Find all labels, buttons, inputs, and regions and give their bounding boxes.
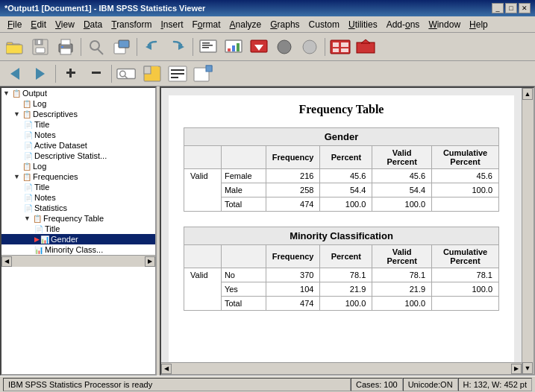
desc-title-label: Title (34, 120, 49, 129)
freq-stats-label: Statistics (34, 203, 67, 212)
circle-button[interactable] (272, 36, 296, 58)
svg-rect-5 (36, 48, 45, 53)
menu-bar: File Edit View Data Transform Insert For… (0, 16, 535, 33)
window-controls[interactable]: _ □ ✕ (492, 3, 531, 13)
menu-insert[interactable]: Insert (156, 18, 187, 31)
ft-title-label: Title (45, 224, 60, 233)
expand-descriptives[interactable]: ▼ (13, 110, 22, 118)
svg-marker-36 (10, 68, 19, 80)
expand-frequencies[interactable]: ▼ (13, 173, 22, 180)
menu-help[interactable]: Help (465, 18, 492, 31)
col-valid-percent: Valid Percent (372, 146, 432, 169)
gray-circle-button[interactable] (298, 36, 322, 58)
content-panel[interactable]: ▲ ▼ Frequency Table Gender (160, 86, 535, 376)
tree-ft-gender[interactable]: ▶ 📊 Gender (1, 234, 155, 244)
log1-icon: 📋 (22, 100, 31, 108)
save-button[interactable] (28, 36, 52, 58)
desc-title-icon: 📄 (24, 121, 33, 129)
tree-ft-title[interactable]: 📄 Title (1, 224, 155, 234)
scroll-content-left[interactable]: ◀ (161, 364, 172, 374)
open-button[interactable] (3, 36, 27, 58)
tree-freq-table[interactable]: ▼ 📋 Frequency Table (1, 213, 155, 224)
menu-utilities[interactable]: Utilities (344, 18, 382, 31)
menu-transform[interactable]: Transform (107, 18, 156, 31)
svg-rect-24 (237, 43, 240, 51)
nav-layout-button[interactable] (166, 63, 190, 85)
export-button[interactable] (110, 36, 134, 58)
scroll-left[interactable]: ◀ (1, 256, 12, 267)
chart-button[interactable] (222, 36, 245, 58)
scroll-up[interactable]: ▲ (522, 88, 533, 100)
tree-frequencies[interactable]: ▼ 📋 Frequencies (1, 171, 155, 182)
ft-minority-icon: 📊 (34, 246, 43, 254)
scroll-down[interactable]: ▼ (522, 362, 533, 374)
nav-forward-button[interactable] (28, 63, 52, 85)
left-scrollbar[interactable]: ◀ ▶ (1, 255, 155, 267)
expand-output[interactable]: ▼ (3, 89, 12, 97)
maximize-button[interactable]: □ (505, 3, 517, 13)
svg-rect-18 (202, 42, 210, 44)
nav-search-button[interactable] (115, 63, 139, 85)
extra-button[interactable] (354, 36, 378, 58)
scroll-content-right[interactable]: ▶ (511, 364, 522, 374)
menu-addons[interactable]: Add-ons (382, 18, 425, 31)
status-dimensions: H: 132, W: 452 pt (458, 378, 532, 391)
svg-rect-31 (341, 42, 348, 47)
nav-bookmark-button[interactable] (140, 63, 164, 85)
title-text: *Output1 [Document1] - IBM SPSS Statisti… (4, 4, 205, 13)
main-area: ▼ 📋 Output 📋 Log ▼ 📋 Descriptives 📄 Titl… (0, 86, 535, 376)
menu-graphs[interactable]: Graphs (266, 18, 304, 31)
find-button[interactable] (84, 36, 108, 58)
minimize-button[interactable]: _ (492, 3, 504, 13)
log1-label: Log (33, 99, 46, 108)
frequency-table-heading: Frequency Table (184, 103, 499, 116)
tree-desc-title[interactable]: 📄 Title (1, 119, 155, 130)
tree-log1[interactable]: 📋 Log (1, 98, 155, 109)
tree-output[interactable]: ▼ 📋 Output (1, 88, 155, 98)
print-button[interactable] (54, 36, 78, 58)
tree-freq-title[interactable]: 📄 Title (1, 182, 155, 192)
output-button[interactable] (196, 36, 220, 58)
tree-desc-notes[interactable]: 📄 Notes (1, 130, 155, 140)
tree-desc-active[interactable]: 📄 Active Dataset (1, 140, 155, 151)
vertical-scrollbar[interactable]: ▲ ▼ (522, 88, 534, 374)
desc-notes-label: Notes (34, 130, 56, 139)
tree-desc-stat[interactable]: 📄 Descriptive Statist... (1, 151, 155, 161)
freq-notes-icon: 📄 (24, 194, 33, 202)
tree-ft-minority[interactable]: 📊 Minority Class... (1, 244, 155, 255)
table-nav-button[interactable] (328, 36, 352, 58)
scroll-right[interactable]: ▶ (145, 256, 155, 267)
menu-format[interactable]: Format (188, 18, 225, 31)
menu-file[interactable]: File (3, 18, 26, 31)
expand-freq-table[interactable]: ▼ (24, 215, 33, 222)
svg-rect-40 (92, 72, 101, 74)
forward-button[interactable] (166, 36, 190, 58)
down-arrow-button[interactable] (247, 36, 271, 58)
menu-analyze[interactable]: Analyze (225, 18, 266, 31)
min-col-percent: Percent (320, 245, 372, 268)
nav-back-button[interactable] (3, 63, 27, 85)
svg-rect-17 (200, 40, 216, 52)
ft-title-icon: 📄 (34, 225, 43, 233)
outline-panel[interactable]: ▼ 📋 Output 📋 Log ▼ 📋 Descriptives 📄 Titl… (0, 86, 157, 376)
tree-log2[interactable]: 📋 Log (1, 161, 155, 171)
back-button[interactable] (140, 36, 164, 58)
menu-window[interactable]: Window (424, 18, 465, 31)
output-icon: 📋 (12, 89, 21, 98)
tree-descriptives[interactable]: ▼ 📋 Descriptives (1, 109, 155, 119)
menu-custom[interactable]: Custom (304, 18, 344, 31)
nav-minus-button[interactable] (84, 63, 108, 85)
horizontal-scrollbar[interactable]: ◀ ▶ (161, 362, 522, 374)
tree-freq-stats[interactable]: 📄 Statistics (1, 203, 155, 213)
menu-edit[interactable]: Edit (26, 18, 51, 31)
nav-export-button[interactable] (191, 63, 215, 85)
menu-data[interactable]: Data (79, 18, 107, 31)
close-button[interactable]: ✕ (519, 3, 531, 13)
desc-stat-icon: 📄 (24, 152, 33, 160)
tree-freq-notes[interactable]: 📄 Notes (1, 192, 155, 203)
nav-separator-2 (111, 65, 112, 83)
freq-stats-icon: 📄 (24, 204, 33, 212)
svg-point-27 (278, 40, 291, 54)
menu-view[interactable]: View (51, 18, 79, 31)
nav-plus-button[interactable] (59, 63, 83, 85)
